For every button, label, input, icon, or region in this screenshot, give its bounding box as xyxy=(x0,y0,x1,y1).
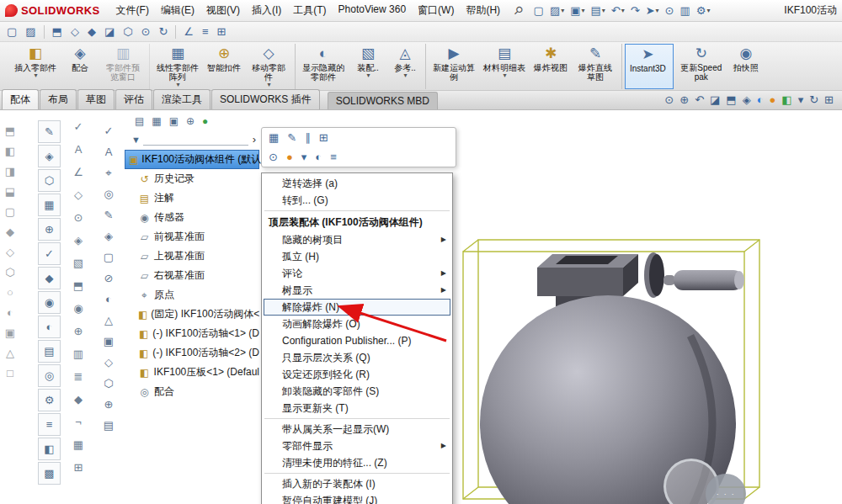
context-menu-item[interactable]: 插入新的子装配体 (I) xyxy=(262,475,452,492)
menubar-item[interactable]: 帮助(H) xyxy=(460,1,506,20)
tree-item[interactable]: ⌖原点 xyxy=(125,285,259,305)
view-orientation-icon[interactable]: ⬒ xyxy=(726,93,736,106)
command-toolbar-a-icon-7[interactable]: ◉ xyxy=(38,291,61,314)
annotation-toolbar-icon-4[interactable]: ✎ xyxy=(98,204,120,225)
left-view-toolbar-icon-9[interactable]: ◐ xyxy=(2,302,19,322)
command-toolbar-b-icon-9[interactable]: ⊕ xyxy=(67,320,89,342)
left-view-toolbar-icon-3[interactable]: ⬓ xyxy=(2,181,19,201)
context-menu-item[interactable]: 孤立 (H) xyxy=(262,248,452,265)
context-menu-item[interactable]: 解除爆炸 (N) xyxy=(264,299,450,316)
tree-item[interactable]: ▣IKF100活动阀体组件 (默认<默认> xyxy=(125,150,259,169)
tree-filter[interactable]: ▼ › xyxy=(131,133,256,146)
tree-item[interactable]: ◧(-) IKF100活动轴<2> (D xyxy=(125,343,259,363)
tab-4[interactable]: 渲染工具 xyxy=(153,89,210,109)
annotation-toolbar-icon-3[interactable]: ◎ xyxy=(98,183,120,204)
left-view-toolbar-icon-8[interactable]: ○ xyxy=(2,282,19,302)
annotation-toolbar-icon-14[interactable]: ▤ xyxy=(98,415,120,436)
hide-component-icon[interactable]: ◐ xyxy=(315,151,322,163)
zoom-tool-icon[interactable]: ⊙ xyxy=(138,24,154,40)
show-hidden-components-button[interactable]: ◐显示隐藏的零部件 xyxy=(298,44,349,89)
gasket-disc-part[interactable] xyxy=(644,252,664,298)
tree-item[interactable]: ▱上视基准面 xyxy=(125,247,259,266)
context-menu-item[interactable]: 清理未使用的特征... (Z) xyxy=(262,454,452,471)
tree-item[interactable]: ◧(-) IKF100活动轴<1> (D xyxy=(125,324,259,343)
tree-item[interactable]: ▱右视基准面 xyxy=(125,266,259,285)
command-toolbar-b-icon-15[interactable]: ⊞ xyxy=(67,456,89,479)
command-toolbar-a-icon-3[interactable]: ▦ xyxy=(38,194,61,216)
context-menu-item[interactable]: 卸装隐藏的零部件 (S) xyxy=(262,383,452,400)
command-toolbar-b-icon-2[interactable]: ∠ xyxy=(67,161,89,183)
tab-3[interactable]: 评估 xyxy=(115,89,152,109)
tab-2[interactable]: 草图 xyxy=(77,89,115,109)
wireframe-display-icon[interactable]: ◇ xyxy=(67,24,83,40)
command-toolbar-b-icon-6[interactable]: ▧ xyxy=(67,252,89,274)
annotation-toolbar-icon-5[interactable]: ◈ xyxy=(98,225,120,247)
dimxpert-manager-tab-icon[interactable]: ⊕ xyxy=(186,115,195,127)
command-toolbar-a-icon-12[interactable]: ≡ xyxy=(38,413,61,436)
left-view-toolbar-icon-1[interactable]: ◧ xyxy=(2,141,19,161)
linear-pattern-button[interactable]: ▦线性零部件阵列▾ xyxy=(152,44,203,89)
mate-icon[interactable]: ∥ xyxy=(305,131,311,144)
viewport-layout-icon[interactable]: ⬒ xyxy=(49,24,66,40)
command-toolbar-a-icon-6[interactable]: ◆ xyxy=(38,267,61,289)
tab-6[interactable]: SOLIDWORKS MBD xyxy=(328,92,438,109)
bill-of-materials-button[interactable]: ▤材料明细表▾ xyxy=(479,44,530,89)
select-icon[interactable]: ➤▾ xyxy=(643,3,662,19)
context-menu-item[interactable]: 设定还原到轻化 (R) xyxy=(262,366,452,383)
insert-components-button[interactable]: ◧插入零部件▾ xyxy=(10,44,61,89)
command-toolbar-a-icon-9[interactable]: ▤ xyxy=(38,340,61,363)
property-manager-tab-icon[interactable]: ▦ xyxy=(152,115,161,127)
orientation-icon[interactable]: ⬡ xyxy=(120,24,136,40)
file-properties-icon[interactable]: ▥ xyxy=(677,3,692,19)
previous-view-icon[interactable]: ↶ xyxy=(695,93,704,106)
context-menu-item[interactable]: 隐藏的树项目▶ xyxy=(262,231,452,248)
rebuild-icon[interactable]: ⊙ xyxy=(663,3,677,19)
context-menu-item[interactable]: 动画解除爆炸 (O) xyxy=(262,316,452,332)
appearance-ball-icon[interactable]: ● xyxy=(286,151,293,163)
menubar-item[interactable]: 编辑(E) xyxy=(155,1,200,20)
context-menu-item[interactable]: 只显示层次关系 (Q) xyxy=(262,349,452,366)
menubar-item[interactable]: 窗口(W) xyxy=(412,1,460,20)
feature-manager-tab-icon[interactable]: ▤ xyxy=(135,115,144,127)
annotation-toolbar-icon-12[interactable]: ⬡ xyxy=(98,373,120,394)
smart-fasteners-button[interactable]: ⊕智能扣件 xyxy=(203,44,245,89)
command-toolbar-b-icon-10[interactable]: ▥ xyxy=(67,342,89,365)
tab-5[interactable]: SOLIDWORKS 插件 xyxy=(211,89,320,109)
section-view-icon[interactable]: ◪ xyxy=(101,24,118,40)
command-toolbar-a-icon-10[interactable]: ◎ xyxy=(38,364,61,387)
display-manager-tab-icon[interactable]: ● xyxy=(202,115,208,127)
new-assembly-icon[interactable]: ▢ xyxy=(3,24,20,40)
undo-icon[interactable]: ↶▾ xyxy=(609,3,627,19)
context-menu-item[interactable]: 显示更新夹 (T) xyxy=(262,400,452,416)
filter-funnel-icon[interactable]: ▼ xyxy=(131,135,141,145)
tree-item[interactable]: ▱前视基准面 xyxy=(125,227,259,247)
context-menu-item[interactable]: 零部件显示▶ xyxy=(262,438,452,454)
annotation-toolbar-icon-0[interactable]: ✓ xyxy=(98,120,120,141)
left-view-toolbar-icon-11[interactable]: △ xyxy=(2,342,19,363)
menubar-item[interactable]: 插入(I) xyxy=(246,1,287,20)
command-toolbar-b-icon-1[interactable]: A xyxy=(67,138,89,161)
insert-component-icon[interactable]: ⊞ xyxy=(319,131,328,144)
menubar-item[interactable]: 工具(T) xyxy=(287,1,332,20)
annotation-toolbar-icon-7[interactable]: ⊘ xyxy=(98,268,120,289)
apply-scene-icon[interactable]: ◧ xyxy=(781,93,791,106)
section-view-icon[interactable]: ◪ xyxy=(710,93,720,106)
left-view-toolbar-icon-10[interactable]: ▣ xyxy=(2,322,19,342)
command-toolbar-a-icon-11[interactable]: ⚙ xyxy=(38,389,61,411)
filter-input[interactable] xyxy=(143,134,248,146)
zoom-to-selection-icon[interactable]: ⊙ xyxy=(269,151,278,163)
new-motion-study-button[interactable]: ▶新建运动算例 xyxy=(429,44,479,89)
annotation-toolbar-icon-6[interactable]: ▢ xyxy=(98,247,120,268)
tree-item[interactable]: ◉传感器 xyxy=(125,208,259,227)
command-toolbar-b-icon-11[interactable]: ≣ xyxy=(67,365,89,388)
command-toolbar-a-icon-4[interactable]: ⊕ xyxy=(38,218,61,241)
context-menu-item[interactable]: 带从属关系一起显示(W) xyxy=(262,421,452,438)
display-style-icon[interactable]: ◈ xyxy=(743,93,751,106)
command-toolbar-b-icon-4[interactable]: ⊙ xyxy=(67,206,89,229)
more-commands-icon[interactable]: ≡ xyxy=(330,151,337,163)
hide-show-items-icon[interactable]: ◐ xyxy=(757,93,764,106)
pin-part[interactable] xyxy=(663,270,744,290)
command-toolbar-b-icon-0[interactable]: ✓ xyxy=(67,115,89,138)
context-menu-item[interactable]: 树显示▶ xyxy=(262,282,452,299)
tree-item[interactable]: ▤注解 xyxy=(125,188,259,208)
